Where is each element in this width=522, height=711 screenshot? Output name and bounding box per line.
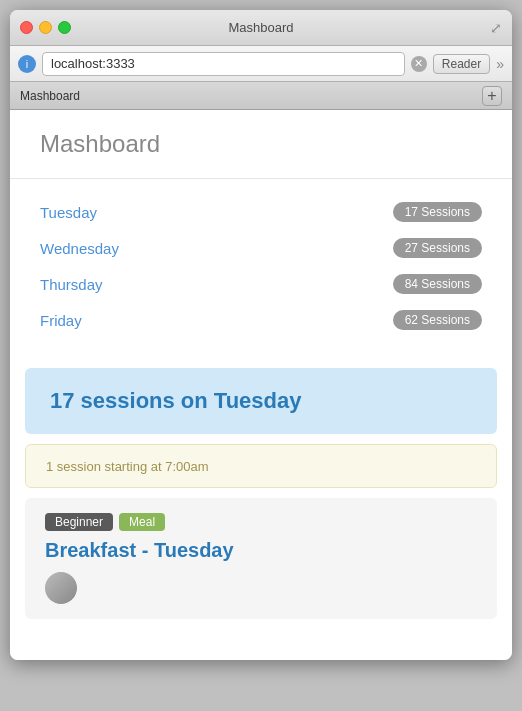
page-title: Mashboard (40, 130, 482, 158)
reader-button[interactable]: Reader (433, 54, 490, 74)
traffic-lights (20, 21, 71, 34)
url-input[interactable] (42, 52, 405, 76)
title-bar: Mashboard ⤢ (10, 10, 512, 46)
more-button[interactable]: » (496, 56, 504, 72)
session-tags: Beginner Meal (45, 513, 477, 531)
page-header: Mashboard (10, 110, 512, 179)
browser-window: Mashboard ⤢ i ✕ Reader » Mashboard + Mas… (10, 10, 512, 660)
time-slot: 1 session starting at 7:00am (25, 444, 497, 488)
day-link-wednesday[interactable]: Wednesday (40, 240, 119, 257)
sessions-header: 17 sessions on Tuesday (25, 368, 497, 434)
day-row-thursday: Thursday 84 Sessions (40, 266, 482, 302)
session-card: Beginner Meal Breakfast - Tuesday (25, 498, 497, 619)
window-title: Mashboard (228, 20, 293, 35)
minimize-button[interactable] (39, 21, 52, 34)
address-bar: i ✕ Reader » (10, 46, 512, 82)
maximize-button[interactable] (58, 21, 71, 34)
clear-url-button[interactable]: ✕ (411, 56, 427, 72)
day-row-tuesday: Tuesday 17 Sessions (40, 194, 482, 230)
session-name[interactable]: Breakfast - Tuesday (45, 539, 477, 562)
avatar-image (45, 572, 77, 604)
sessions-badge-friday: 62 Sessions (393, 310, 482, 330)
sessions-badge-wednesday: 27 Sessions (393, 238, 482, 258)
sessions-count-title: 17 sessions on Tuesday (50, 388, 472, 414)
tag-meal: Meal (119, 513, 165, 531)
sessions-badge-thursday: 84 Sessions (393, 274, 482, 294)
active-tab-label[interactable]: Mashboard (20, 89, 80, 103)
days-section: Tuesday 17 Sessions Wednesday 27 Session… (10, 179, 512, 353)
tab-bar: Mashboard + (10, 82, 512, 110)
main-content: Mashboard Tuesday 17 Sessions Wednesday … (10, 110, 512, 660)
time-slot-text: 1 session starting at 7:00am (46, 459, 209, 474)
day-link-friday[interactable]: Friday (40, 312, 82, 329)
tag-beginner: Beginner (45, 513, 113, 531)
browser-icon: i (18, 55, 36, 73)
day-link-thursday[interactable]: Thursday (40, 276, 103, 293)
expand-icon[interactable]: ⤢ (490, 20, 502, 36)
close-button[interactable] (20, 21, 33, 34)
new-tab-button[interactable]: + (482, 86, 502, 106)
day-row-wednesday: Wednesday 27 Sessions (40, 230, 482, 266)
day-row-friday: Friday 62 Sessions (40, 302, 482, 338)
avatar (45, 572, 77, 604)
sessions-badge-tuesday: 17 Sessions (393, 202, 482, 222)
day-link-tuesday[interactable]: Tuesday (40, 204, 97, 221)
session-avatar-row (45, 572, 477, 604)
